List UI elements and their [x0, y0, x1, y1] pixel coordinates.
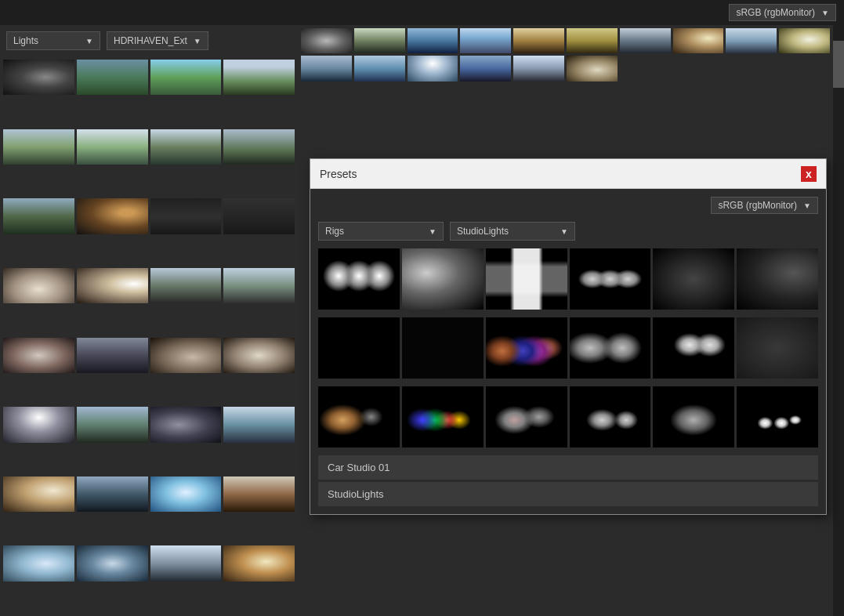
list-item[interactable]: [726, 28, 777, 53]
list-item[interactable]: [3, 407, 74, 442]
scrollbar[interactable]: [833, 25, 844, 616]
preset-thumb[interactable]: [570, 386, 651, 448]
right-panel: Presets x sRGB (rgbMonitor) ▼ Rigs ▼: [298, 25, 833, 616]
list-item[interactable]: [3, 476, 74, 512]
list-item[interactable]: [620, 28, 671, 53]
preset-thumb[interactable]: [737, 317, 818, 379]
list-item[interactable]: [150, 129, 222, 165]
presets-color-row: sRGB (rgbMonitor) ▼: [318, 197, 818, 214]
source-dropdown[interactable]: HDRIHAVEN_Ext ▼: [107, 31, 208, 50]
presets-grid-row3: [318, 386, 818, 448]
lights-grid: [0, 56, 298, 616]
list-item[interactable]: [223, 338, 295, 373]
list-item[interactable]: [460, 56, 511, 81]
list-item[interactable]: [567, 56, 618, 81]
list-item[interactable]: [150, 338, 222, 373]
list-item[interactable]: [223, 129, 295, 165]
preset-thumb[interactable]: [737, 386, 818, 448]
list-item[interactable]: [301, 56, 352, 81]
list-item[interactable]: [77, 129, 148, 165]
top-bar: sRGB (rgbMonitor) ▼: [0, 0, 844, 25]
list-item[interactable]: [567, 28, 618, 53]
list-item[interactable]: [150, 60, 222, 95]
list-item[interactable]: [354, 56, 405, 81]
list-item[interactable]: [3, 60, 74, 95]
preset-thumb[interactable]: [737, 248, 818, 310]
presets-color-dropdown[interactable]: sRGB (rgbMonitor) ▼: [711, 197, 818, 214]
preset-thumb[interactable]: [318, 386, 400, 448]
list-item[interactable]: [150, 407, 222, 442]
preset-thumb[interactable]: [486, 317, 567, 379]
list-item[interactable]: [77, 198, 148, 234]
preset-thumb[interactable]: [402, 386, 484, 448]
rigs-dropdown[interactable]: Rigs ▼: [318, 222, 444, 241]
list-item[interactable]: [77, 476, 148, 512]
preset-thumb[interactable]: [653, 386, 734, 448]
list-item[interactable]: [513, 28, 564, 53]
list-item[interactable]: [354, 28, 405, 53]
list-item[interactable]: [301, 28, 352, 53]
rigs-label: Rigs: [325, 226, 344, 237]
list-item[interactable]: [513, 56, 564, 81]
studio-lights-label: StudioLights: [457, 226, 509, 237]
color-profile-arrow: ▼: [821, 9, 829, 17]
list-item[interactable]: [77, 338, 148, 373]
preset-thumb[interactable]: [486, 386, 567, 448]
list-item[interactable]: [3, 198, 74, 234]
list-item[interactable]: [223, 60, 295, 95]
lights-panel: Lights ▼ HDRIHAVEN_Ext ▼: [0, 25, 298, 616]
list-item[interactable]: [223, 268, 295, 303]
preset-thumb[interactable]: [318, 248, 400, 310]
list-item[interactable]: [223, 198, 295, 234]
bg-grid: [298, 25, 833, 85]
list-item[interactable]: [77, 60, 148, 95]
presets-body: sRGB (rgbMonitor) ▼ Rigs ▼ StudioLights …: [310, 189, 826, 514]
category-label: Lights: [13, 35, 38, 46]
preset-thumb[interactable]: [402, 248, 484, 310]
presets-grid-row2: [318, 317, 818, 379]
list-item[interactable]: [779, 28, 830, 53]
presets-close-button[interactable]: x: [801, 166, 817, 182]
list-item[interactable]: [223, 407, 295, 442]
list-item[interactable]: [77, 407, 148, 442]
source-arrow: ▼: [187, 37, 201, 45]
preset-thumb[interactable]: [570, 317, 651, 379]
preset-thumb[interactable]: [402, 317, 484, 379]
presets-color-label: sRGB (rgbMonitor): [718, 200, 797, 211]
preset-thumb[interactable]: [653, 317, 734, 379]
list-item[interactable]: [77, 268, 148, 303]
presets-title: Presets: [320, 168, 357, 180]
preset-thumb[interactable]: [570, 248, 651, 310]
preset-thumb[interactable]: [653, 248, 734, 310]
list-item[interactable]: [460, 28, 511, 53]
preset-thumb[interactable]: [486, 248, 567, 310]
list-item[interactable]: [3, 338, 74, 373]
list-item[interactable]: [408, 28, 458, 53]
studio-lights-dropdown[interactable]: StudioLights ▼: [450, 222, 575, 241]
scrollbar-thumb[interactable]: [833, 41, 844, 88]
list-item[interactable]: [3, 268, 74, 303]
presets-color-arrow: ▼: [803, 201, 811, 210]
list-item[interactable]: [150, 198, 222, 234]
list-item[interactable]: [223, 545, 295, 581]
presets-dialog: Presets x sRGB (rgbMonitor) ▼ Rigs ▼: [310, 158, 827, 515]
category-dropdown[interactable]: Lights ▼: [6, 31, 100, 50]
list-item[interactable]: [673, 28, 724, 53]
list-item[interactable]: [3, 545, 74, 581]
color-profile-dropdown[interactable]: sRGB (rgbMonitor) ▼: [729, 4, 836, 21]
preset-list-item-car-studio[interactable]: Car Studio 01: [318, 455, 818, 480]
presets-grid-row1: [318, 248, 818, 310]
main-content: Lights ▼ HDRIHAVEN_Ext ▼: [0, 25, 844, 616]
list-item[interactable]: [150, 545, 222, 581]
preset-thumb[interactable]: [318, 317, 400, 379]
list-item[interactable]: [150, 476, 222, 512]
preset-list-item-studio-lights[interactable]: StudioLights: [318, 482, 818, 506]
list-item[interactable]: [3, 129, 74, 165]
list-item[interactable]: [77, 545, 148, 581]
list-item[interactable]: [223, 476, 295, 512]
preset-list-label: Car Studio 01: [328, 462, 390, 473]
list-item[interactable]: [150, 268, 222, 303]
list-item[interactable]: [408, 56, 458, 81]
category-arrow: ▼: [79, 37, 93, 45]
lights-toolbar: Lights ▼ HDRIHAVEN_Ext ▼: [0, 25, 298, 56]
